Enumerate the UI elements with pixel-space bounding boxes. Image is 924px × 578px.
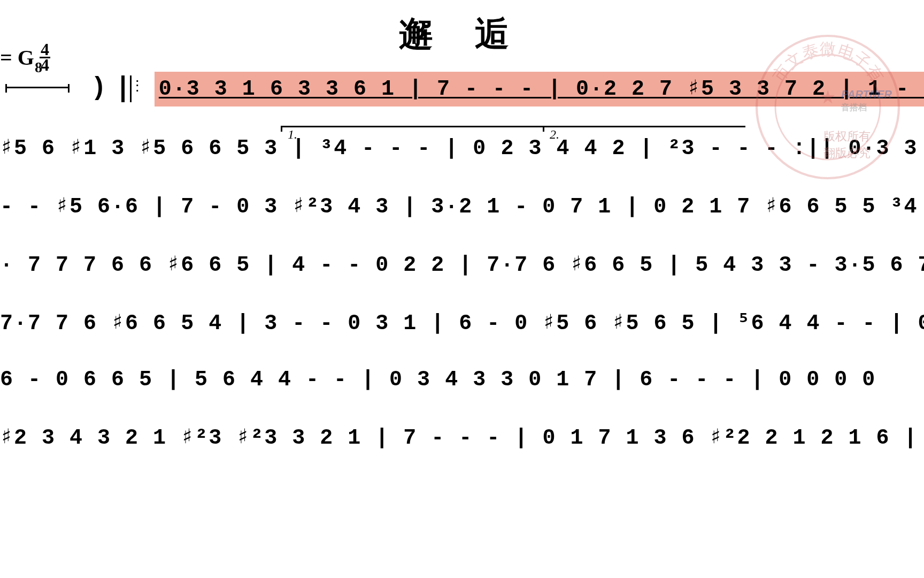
notes: · 7 7 7 6 6 ♯6 6 5 | 4 - - 0 2 2 | 7·7 6… [0, 253, 924, 277]
score-line-6: 6 - 0 6 6 5 | 5 6 4 4 - - | 0 3 4 3 3 0 … [0, 368, 924, 392]
volta-2-label: 2. [550, 127, 559, 142]
song-title: 邂 逅 [0, 11, 924, 57]
volta-1: 1. [281, 126, 548, 132]
notes: - - ♯5 6·6 | 7 - 0 3 ♯²3 4 3 | 3·2 1 - 0… [0, 195, 924, 219]
notes: 7·7 7 6 ♯6 6 5 4 | 3 - - 0 3 1 | 6 - 0 ♯… [0, 311, 924, 336]
repeat-begin: :· [121, 75, 127, 102]
score-line-7: ♯2 3 4 3 2 1 ♯²3 ♯²3 3 2 1 | 7 - - - | 0… [0, 424, 924, 450]
notes: ♯2 3 4 3 2 1 ♯²3 ♯²3 3 2 1 | 7 - - - | 0… [0, 426, 924, 450]
volta-1-label: 1. [288, 127, 297, 142]
highlighted-phrase: 0·3 3 1 6 3 3 6 1 | 7 - - - | 0·2 2 7 ♯5… [155, 72, 924, 107]
key-signature: = G 4 4 [0, 43, 50, 72]
score-line-5: 7·7 7 6 ♯6 6 5 4 | 3 - - 0 3 1 | 6 - 0 ♯… [0, 309, 924, 336]
key-label: = G [0, 45, 34, 70]
notes: 6 - 0 6 6 5 | 5 6 4 4 - - | 0 3 4 3 3 0 … [0, 368, 876, 392]
score-line-4: · 7 7 7 6 6 ♯6 6 5 | 4 - - 0 2 2 | 7·7 6… [0, 251, 924, 277]
score-line-3: - - ♯5 6·6 | 7 - 0 3 ♯²3 4 3 | 3·2 1 - 0… [0, 193, 924, 219]
volta-2: 2. [543, 126, 745, 132]
score-line-2: ♯5 6 ♯1 3 ♯5 6 6 5 3 | ³4 - - - | 0 2 3 … [0, 134, 924, 161]
notes: 0·3 3 1 6 3 3 6 1 | 7 - - - | 0·2 2 7 ♯5… [159, 77, 924, 101]
paren-close: ) [91, 73, 107, 102]
score-line-1: ) :· 0·3 3 1 6 3 3 6 1 | 7 - - - | 0·2 2… [0, 73, 924, 102]
notes: ♯5 6 ♯1 3 ♯5 6 6 5 3 | ³4 - - - | 0 2 3 … [0, 136, 924, 161]
intro-bar-count: 8 [35, 59, 42, 76]
intro-rest-bars: 8 [5, 75, 70, 92]
